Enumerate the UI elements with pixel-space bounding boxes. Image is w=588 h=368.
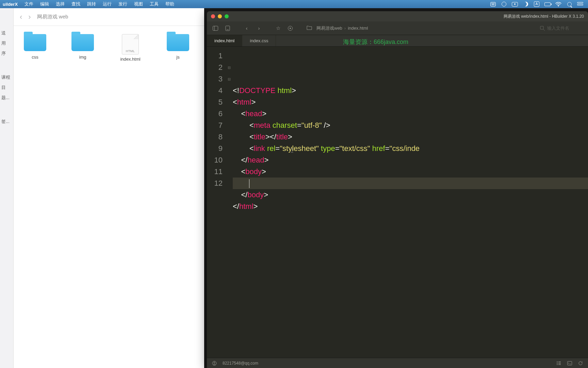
search-input[interactable] — [547, 26, 585, 31]
nav-forward-icon[interactable]: › — [254, 24, 264, 33]
folder-icon — [24, 34, 46, 51]
menu-文件[interactable]: 文件 — [21, 1, 37, 6]
text-cursor-icon: 𝙸 — [290, 145, 294, 156]
file-item-img[interactable]: img — [67, 34, 98, 62]
status-user[interactable]: 82217548@qq.com — [223, 361, 258, 366]
sync-icon[interactable] — [578, 361, 583, 366]
svg-rect-8 — [568, 361, 572, 365]
file-name: css — [32, 55, 38, 60]
code-line-1[interactable]: <!DOCTYPE html> — [233, 85, 588, 96]
file-name: js — [176, 55, 179, 60]
sidebar-item[interactable]: 题... — [0, 93, 13, 103]
menu-编辑[interactable]: 编辑 — [37, 1, 52, 6]
code-line-7[interactable]: </head> — [233, 154, 588, 166]
code-line-12[interactable] — [233, 212, 588, 224]
code-line-8[interactable]: <body> — [233, 166, 588, 178]
tray-input-icon[interactable]: A — [534, 1, 540, 7]
code-line-5[interactable]: <title></title> — [233, 131, 588, 143]
menu-发行[interactable]: 发行 — [115, 1, 131, 6]
crumb-file[interactable]: index.html — [348, 26, 368, 31]
code-line-6[interactable]: <link rel="stylesheet" type="text/css" h… — [233, 143, 588, 154]
search-icon[interactable] — [540, 26, 545, 31]
tray-search-icon[interactable] — [566, 1, 572, 7]
terminal-icon[interactable] — [567, 361, 572, 366]
tab-index.html[interactable]: index.html — [207, 35, 242, 46]
menu-帮助[interactable]: 帮助 — [162, 1, 178, 6]
hbuilderx-window: 网易游戏 web/index.html - HBuilder X 3.1.20 … — [207, 11, 588, 368]
sidebar-item[interactable]: 课程 — [0, 72, 13, 82]
svg-point-7 — [214, 362, 215, 363]
new-file-icon[interactable] — [223, 24, 233, 33]
menu-选择[interactable]: 选择 — [52, 1, 68, 6]
crumb-project[interactable]: 网易游戏web — [316, 25, 342, 31]
finder-toolbar: ‹ › 网易游戏 web — [14, 8, 204, 26]
favorite-icon[interactable]: ☆ — [273, 24, 283, 33]
code-line-3[interactable]: <head> — [233, 108, 588, 120]
folder-crumb-icon[interactable] — [304, 24, 314, 33]
menubar-tray: W A — [490, 1, 588, 7]
file-item-index.html[interactable]: HTMLindex.html — [115, 34, 146, 62]
code-line-11[interactable]: </html> — [233, 201, 588, 212]
finder-sidebar: 送用序课程目题...签... — [0, 8, 14, 368]
file-item-css[interactable]: css — [20, 34, 50, 62]
zoom-button[interactable] — [225, 14, 229, 18]
sidebar-item[interactable]: 序 — [0, 48, 13, 59]
finder-back-button[interactable]: ‹ — [20, 13, 22, 21]
watermark-text: 海量资源：666java.com — [343, 38, 408, 46]
tray-screen-icon[interactable] — [512, 1, 518, 7]
file-name: index.html — [120, 57, 140, 62]
code-content[interactable]: 𝙸 <!DOCTYPE html><html> <head> <meta cha… — [231, 47, 588, 358]
sidebar-item[interactable]: 送 — [0, 28, 13, 38]
menu-视图[interactable]: 视图 — [131, 1, 146, 6]
code-editor[interactable]: 123456789101112 ⊟⊟ 𝙸 <!DOCTYPE html><htm… — [207, 47, 588, 358]
file-name: img — [79, 55, 86, 60]
chevron-right-icon: › — [344, 26, 346, 31]
tray-moon-icon[interactable] — [523, 1, 529, 7]
editor-titlebar[interactable]: 网易游戏 web/index.html - HBuilder X 3.1.20 — [207, 11, 588, 21]
sidebar-item[interactable]: 用 — [0, 38, 13, 48]
toggle-sidebar-icon[interactable] — [210, 24, 220, 33]
code-line-9[interactable] — [233, 178, 588, 189]
finder-forward-button[interactable]: › — [28, 13, 31, 21]
status-bar: 82217548@qq.com — [207, 358, 588, 368]
menu-运行[interactable]: 运行 — [99, 1, 115, 6]
svg-rect-3 — [226, 26, 230, 31]
folder-icon — [71, 34, 94, 51]
tray-wps-icon[interactable]: W — [490, 1, 496, 7]
svg-rect-5 — [540, 26, 543, 29]
outline-icon[interactable] — [556, 361, 561, 366]
folder-icon — [167, 34, 189, 51]
tray-circle-icon[interactable] — [501, 1, 507, 7]
menu-工具[interactable]: 工具 — [146, 1, 162, 6]
tray-control-center-icon[interactable] — [577, 1, 583, 7]
menu-查找[interactable]: 查找 — [68, 1, 84, 6]
app-name[interactable]: uilderX — [0, 2, 21, 7]
file-item-js[interactable]: js — [163, 34, 193, 62]
window-title: 网易游戏 web/index.html - HBuilder X 3.1.20 — [504, 14, 584, 19]
svg-point-0 — [558, 5, 559, 6]
code-line-2[interactable]: <html> — [233, 96, 588, 108]
sidebar-item[interactable]: 目 — [0, 82, 13, 93]
tray-wifi-icon[interactable] — [555, 1, 561, 7]
file-icon: HTML — [122, 34, 139, 55]
svg-rect-1 — [213, 26, 218, 30]
breadcrumb[interactable]: 网易游戏web › index.html — [316, 25, 368, 31]
run-icon[interactable] — [285, 24, 295, 33]
tray-battery-icon[interactable] — [544, 1, 551, 7]
macos-menubar: uilderX 文件编辑选择查找跳转运行发行视图工具帮助 W A — [0, 0, 588, 8]
sidebar-item[interactable]: 签... — [0, 117, 13, 127]
menu-跳转[interactable]: 跳转 — [84, 1, 99, 6]
line-gutter: 123456789101112 — [207, 47, 227, 358]
traffic-lights — [211, 14, 229, 18]
fold-column: ⊟⊟ — [227, 47, 231, 358]
code-line-4[interactable]: <meta charset="utf-8" /> — [233, 120, 588, 131]
minimize-button[interactable] — [218, 14, 222, 18]
close-button[interactable] — [211, 14, 215, 18]
nav-back-icon[interactable]: ‹ — [242, 24, 252, 33]
user-icon[interactable] — [212, 361, 217, 366]
code-line-10[interactable]: </body> — [233, 189, 588, 201]
finder-window: 送用序课程目题...签... ‹ › 网易游戏 web cssimgHTMLin… — [0, 8, 204, 368]
tab-index.css[interactable]: index.css — [242, 35, 276, 46]
finder-title: 网易游戏 web — [37, 14, 68, 20]
editor-toolbar: ‹ › ☆ 网易游戏web › index.html — [207, 21, 588, 35]
